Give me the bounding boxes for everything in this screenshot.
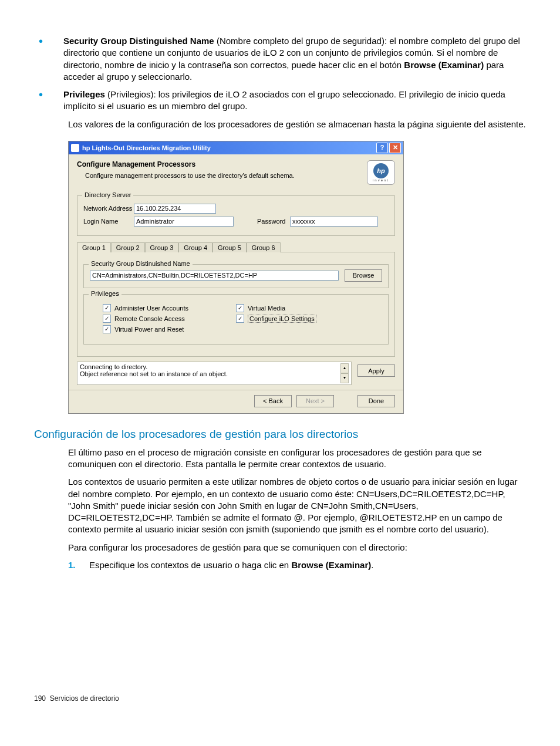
bullet-sgdn: • Security Group Distinguished Name (Nom… [34,35,526,83]
chk-administer[interactable]: ✓Administer User Accounts [103,304,236,312]
login-name-input[interactable] [134,217,234,227]
para3: Para configurar los procesadores de gest… [68,542,526,553]
page-number: 190 [34,694,46,703]
status-line1: Connecting to directory. [80,363,340,370]
chk-power[interactable]: ✓Virtual Power and Reset [103,325,236,333]
tab-group3[interactable]: Group 3 [145,242,179,252]
scroll-down-icon[interactable]: ▾ [340,373,349,383]
back-button[interactable]: < Back [254,395,292,407]
sgdn-browse: Browse (Examinar) [404,60,484,70]
screenshot-window: hp Lights-Out Directories Migration Util… [68,141,404,414]
done-button[interactable]: Done [357,395,395,407]
sgdn-box-label: Security Group Distinuished Name [89,260,193,267]
chk-vmedia[interactable]: ✓Virtual Media [236,304,369,312]
password-label: Password [257,218,290,225]
checkbox-icon: ✓ [236,315,244,323]
app-icon [71,144,79,152]
priv-text: (Privilegios): los privilegios de iLO 2 … [63,89,505,111]
browse-button[interactable]: Browse [345,269,382,282]
bullet-priv: • Privileges (Privilegios): los privileg… [34,89,526,113]
apply-button[interactable]: Apply [357,364,395,377]
checkbox-icon: ✓ [103,315,111,323]
para2: Los contextos de usuario permiten a este… [68,476,526,535]
tab-group5[interactable]: Group 5 [212,242,247,252]
password-input[interactable] [290,217,378,227]
scrollbar[interactable]: ▴ ▾ [340,363,349,383]
chk-config[interactable]: ✓Configure iLO Settings [236,315,369,323]
step1-text-a: Especifique los contextos de usuario o h… [89,560,291,570]
network-address-label: Network Address [83,205,134,212]
tab-group6[interactable]: Group 6 [247,242,281,252]
header-title: Configure Management Processors [77,160,367,168]
status-box: Connecting to directory. Object referenc… [77,362,352,385]
tabs: Group 1 Group 2 Group 3 Group 4 Group 5 … [77,242,395,252]
step1-text-c: . [371,560,373,570]
hp-logo: hp invent [367,160,395,185]
tab-group4[interactable]: Group 4 [178,242,212,252]
scroll-up-icon[interactable]: ▴ [340,363,349,373]
header-subtitle: Configure management processors to use t… [85,172,367,179]
sgdn-label: Security Group Distinguished Name [63,36,214,46]
hp-invent-text: invent [373,178,389,182]
hp-logo-text: hp [373,163,389,178]
close-button[interactable]: ✕ [389,143,401,153]
checkbox-icon: ✓ [236,304,244,312]
directory-server-label: Directory Server [82,191,133,198]
tab-group2[interactable]: Group 2 [111,242,145,252]
step-number: 1. [68,559,89,571]
help-button[interactable]: ? [376,143,388,153]
window-title: hp Lights-Out Directories Migration Util… [82,144,211,151]
step-1: 1. Especifique los contextos de usuario … [68,559,526,571]
bullet-icon: • [34,35,61,83]
step1-browse: Browse (Examinar) [291,560,371,570]
section-heading: Configuración de los procesadores de ges… [34,428,526,441]
chk-remote[interactable]: ✓Remote Console Access [103,315,236,323]
next-button: Next > [296,395,334,407]
status-line2: Object reference not set to an instance … [80,370,340,377]
para1: El último paso en el proceso de migració… [68,447,526,471]
login-name-label: Login Name [83,218,134,225]
footer-text: Servicios de directorio [50,694,119,703]
titlebar[interactable]: hp Lights-Out Directories Migration Util… [69,141,403,154]
priv-label: Privileges [63,89,105,99]
bullet-icon: • [34,89,61,113]
checkbox-icon: ✓ [103,325,111,333]
network-address-input[interactable] [134,204,216,214]
tab-group1[interactable]: Group 1 [77,242,111,252]
checkbox-icon: ✓ [103,304,111,312]
privileges-box-label: Privileges [89,290,122,297]
sgdn-input[interactable] [90,271,339,281]
para-after-bullets: Los valores de la configuración de los p… [68,119,526,130]
